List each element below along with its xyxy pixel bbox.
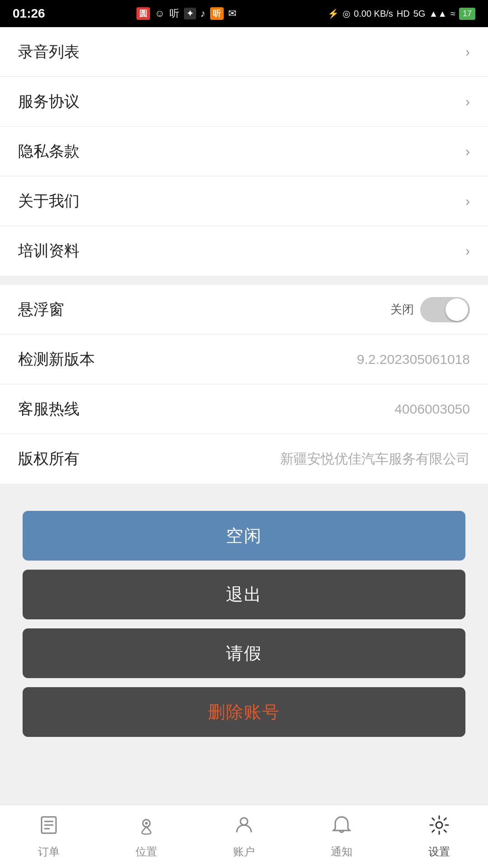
menu-label-service: 服务协议 [18,91,80,112]
nav-item-orders[interactable]: 订单 [0,814,98,859]
hd-icon: HD [397,9,410,19]
status-icon-7: ✉ [228,8,236,19]
speed-text: 0.00 KB/s [354,9,393,19]
nav-item-settings[interactable]: 设置 [390,814,488,859]
account-icon [233,814,255,841]
chevron-right-icon-privacy: › [465,144,470,159]
copyright-value: 新疆安悦优佳汽车服务有限公司 [280,450,470,468]
notifications-icon [331,814,352,841]
location-nav-icon [136,814,157,841]
version-value: 9.2.202305061018 [357,352,470,367]
account-label: 账户 [233,844,255,859]
menu-item-about[interactable]: 关于我们 › [0,176,488,226]
svg-point-7 [436,822,442,828]
bluetooth-icon: ⚡ [328,8,339,19]
battery-indicator: 17 [459,8,475,20]
status-icon-5: ♪ [201,8,206,19]
main-content: 录音列表 › 服务协议 › 隐私条款 › 关于我们 › 培训资料 › 悬浮窗 关… [0,27,488,805]
menu-label-training: 培训资料 [18,241,80,261]
settings-item-customer-service[interactable]: 客服热线 4006003050 [0,384,488,434]
signal-text: 5G [413,9,426,19]
menu-item-privacy[interactable]: 隐私条款 › [0,127,488,176]
floating-window-toggle[interactable] [420,297,470,322]
status-icon-3: 听 [169,7,179,20]
menu-item-training[interactable]: 培训资料 › [0,226,488,276]
status-time: 01:26 [13,6,45,21]
settings-card: 悬浮窗 关闭 检测新版本 9.2.202305061018 客服热线 40060… [0,285,488,484]
menu-item-recording-list[interactable]: 录音列表 › [0,27,488,77]
chevron-right-icon-about: › [465,193,470,209]
toggle-state-label: 关闭 [390,302,414,317]
bottom-nav: 订单 位置 账户 通知 [0,805,488,868]
status-icon-4: ✦ [184,8,196,19]
action-buttons-area: 空闲 退出 请假 删除账号 [0,493,488,750]
customer-service-label: 客服热线 [18,399,80,420]
notifications-label: 通知 [331,844,352,859]
toggle-knob [446,298,468,321]
status-icon-6: 听 [210,7,224,20]
settings-item-floating: 悬浮窗 关闭 [0,285,488,335]
settings-icon [428,814,450,841]
menu-item-service-agreement[interactable]: 服务协议 › [0,77,488,127]
wifi-icon: ▲▲ [429,9,447,19]
orders-icon [38,814,60,841]
status-icon-1: 圆 [136,7,150,20]
menu-label-privacy: 隐私条款 [18,141,80,162]
status-bar: 01:26 圆 ☺ 听 ✦ ♪ 听 ✉ ⚡ ◎ 0.00 KB/s HD 5G … [0,0,488,27]
svg-point-6 [240,818,248,825]
floating-window-label: 悬浮窗 [18,299,64,320]
settings-item-version[interactable]: 检测新版本 9.2.202305061018 [0,335,488,384]
floating-window-toggle-container[interactable]: 关闭 [390,297,470,322]
nav-item-location[interactable]: 位置 [98,814,195,859]
status-icon-2: ☺ [155,8,164,19]
delete-account-button[interactable]: 删除账号 [23,687,465,737]
wifi-icon2: ≈ [450,9,455,19]
location-icon: ◎ [343,8,350,19]
version-label: 检测新版本 [18,349,95,370]
customer-service-value: 4006003050 [394,401,470,417]
leave-button[interactable]: 请假 [23,628,465,678]
location-label: 位置 [136,844,157,859]
chevron-right-icon-recording: › [465,44,470,60]
settings-item-copyright: 版权所有 新疆安悦优佳汽车服务有限公司 [0,434,488,484]
status-right: ⚡ ◎ 0.00 KB/s HD 5G ▲▲ ≈ 17 [328,8,475,20]
nav-item-notifications[interactable]: 通知 [293,814,390,859]
nav-item-account[interactable]: 账户 [195,814,293,859]
copyright-label: 版权所有 [18,448,80,469]
status-icons: 圆 ☺ 听 ✦ ♪ 听 ✉ [136,7,236,20]
menu-label-recording: 录音列表 [18,42,80,62]
menu-label-about: 关于我们 [18,191,80,212]
chevron-right-icon-training: › [465,243,470,259]
idle-button[interactable]: 空闲 [23,511,465,561]
orders-label: 订单 [38,844,60,859]
menu-card: 录音列表 › 服务协议 › 隐私条款 › 关于我们 › 培训资料 › [0,27,488,276]
svg-point-5 [145,822,148,825]
settings-label: 设置 [428,844,450,859]
logout-button[interactable]: 退出 [23,570,465,619]
chevron-right-icon-service: › [465,94,470,109]
